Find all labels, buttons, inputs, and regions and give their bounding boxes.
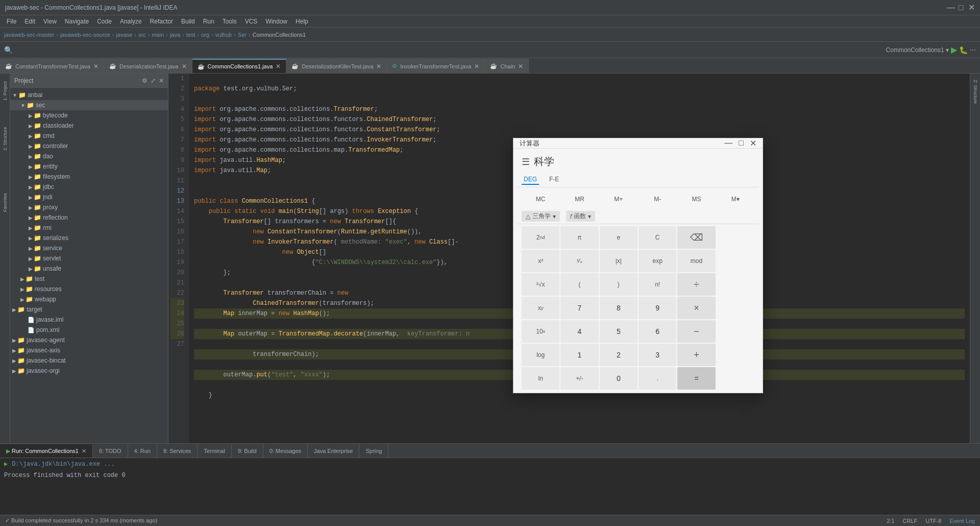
tree-item-pom[interactable]: 📄 pom.xml	[10, 325, 168, 335]
menu-help[interactable]: Help	[291, 17, 312, 26]
tree-item-filesystem[interactable]: ▶ 📁 filesystem	[10, 172, 168, 182]
tree-item-resources[interactable]: ▶ 📁 resources	[10, 284, 168, 294]
calc-btn-5[interactable]: 5	[600, 320, 638, 343]
tree-item-anbai[interactable]: ▼ 📁 anbai	[10, 90, 168, 100]
tree-item-entity[interactable]: ▶ 📁 entity	[10, 161, 168, 172]
calc-close[interactable]: ✕	[750, 138, 756, 148]
menu-vcs[interactable]: VCS	[241, 17, 262, 26]
calc-btn-pi[interactable]: π	[560, 226, 598, 249]
nav-src[interactable]: src	[138, 32, 146, 38]
tree-item-servlet[interactable]: ▶ 📁 servlet	[10, 253, 168, 264]
menu-code[interactable]: Code	[93, 17, 116, 26]
minimize-button[interactable]: —	[947, 4, 953, 11]
menu-analyze[interactable]: Analyze	[116, 17, 146, 26]
calc-btn-xy[interactable]: xy	[522, 297, 559, 319]
toolbar-search[interactable]: 🔍	[4, 46, 13, 54]
calc-trig-selector[interactable]: △ 三角学 ▾	[522, 211, 560, 222]
calc-btn-log[interactable]: log	[522, 344, 559, 366]
tab-chain[interactable]: ☕ Chain ✕	[485, 59, 529, 73]
sidebar-right-item[interactable]: Z: Structure	[972, 76, 979, 108]
tree-item-rmi[interactable]: ▶ 📁 rmi	[10, 223, 168, 233]
menu-run[interactable]: Run	[199, 17, 218, 26]
calc-btn-6[interactable]: 6	[639, 320, 676, 343]
calc-btn-7[interactable]: 7	[560, 297, 598, 319]
bottom-tab-build[interactable]: 9: Build	[232, 444, 263, 458]
nav-org[interactable]: org	[201, 32, 209, 38]
tree-item-target[interactable]: ▶ 📁 target	[10, 304, 168, 315]
menu-navigate[interactable]: Navigate	[61, 17, 93, 26]
calc-btn-recip[interactable]: ¹⁄ₓ	[560, 250, 598, 272]
tree-item-dao[interactable]: ▶ 📁 dao	[10, 151, 168, 161]
menu-build[interactable]: Build	[177, 17, 199, 26]
calc-btn-9[interactable]: 9	[639, 297, 676, 319]
calc-btn-2nd[interactable]: 2nd	[522, 226, 559, 249]
tree-item-controller[interactable]: ▶ 📁 controller	[10, 141, 168, 151]
toolbar-config[interactable]: CommonCollections1 ▾	[886, 46, 949, 54]
bottom-tab-spring[interactable]: Spring	[359, 444, 388, 458]
tree-item-agent[interactable]: ▶ 📁 javasec-agent	[10, 335, 168, 345]
nav-ser[interactable]: Ser	[238, 32, 247, 38]
calc-btn-3[interactable]: 3	[639, 344, 676, 366]
nav-java[interactable]: java	[170, 32, 180, 38]
bottom-tab-java-enterprise[interactable]: Java Enterprise	[308, 444, 359, 458]
tab-invoker[interactable]: ⚙ InvokerTransformerTest.java ✕	[387, 59, 485, 73]
tab-close[interactable]: ✕	[276, 63, 281, 70]
toolbar-debug[interactable]: 🐛	[959, 46, 968, 54]
calc-btn-mul[interactable]: ×	[677, 297, 715, 319]
calc-btn-abs[interactable]: |x|	[600, 250, 638, 272]
bottom-tab-todo[interactable]: 6: TODO	[93, 444, 128, 458]
calc-minimize[interactable]: —	[724, 138, 732, 148]
menu-window[interactable]: Window	[261, 17, 291, 26]
calc-btn-exp[interactable]: exp	[639, 250, 676, 272]
tab-killer[interactable]: ☕ DeserializationKillerTest.java ✕	[286, 59, 387, 73]
tab-close-run[interactable]: ✕	[82, 448, 86, 455]
bottom-tab-terminal[interactable]: Terminal	[198, 444, 232, 458]
toolbar-run[interactable]: ▶	[951, 45, 957, 55]
menu-refactor[interactable]: Refactor	[146, 17, 177, 26]
calc-mc[interactable]: MC	[522, 192, 559, 207]
menu-tools[interactable]: Tools	[218, 17, 241, 26]
tree-item-unsafe[interactable]: ▶ 📁 unsafe	[10, 264, 168, 274]
calc-btn-sqrt[interactable]: ²√x	[522, 273, 559, 296]
nav-source[interactable]: javaweb-sec-source	[60, 32, 110, 38]
calc-mr[interactable]: MR	[560, 192, 598, 207]
tree-item-test[interactable]: ▶ 📁 test	[10, 274, 168, 284]
calc-btn-div[interactable]: ÷	[677, 273, 715, 296]
menu-edit[interactable]: Edit	[20, 17, 39, 26]
nav-main[interactable]: main	[152, 32, 164, 38]
calc-btn-0[interactable]: 0	[600, 367, 638, 390]
tab-constant-transformer[interactable]: ☕ ConstantTransformerTest.java ✕	[0, 59, 104, 73]
tree-item-axis[interactable]: ▶ 📁 javasec-axis	[10, 345, 168, 355]
calc-btn-backspace[interactable]: ⌫	[677, 226, 715, 249]
calc-btn-fact[interactable]: n!	[639, 273, 676, 296]
toolbar-more[interactable]: ⋯	[970, 46, 976, 54]
tree-item-classloader[interactable]: ▶ 📁 classloader	[10, 121, 168, 131]
status-event-log[interactable]: Event Log	[949, 518, 975, 524]
calc-btn-negate[interactable]: +/-	[560, 367, 598, 390]
menu-file[interactable]: File	[3, 17, 20, 26]
tree-item-jndi[interactable]: ▶ 📁 jndi	[10, 192, 168, 202]
tab-close[interactable]: ✕	[474, 63, 479, 70]
bottom-tab-run2[interactable]: 4: Run	[128, 444, 157, 458]
tree-item-jdbc[interactable]: ▶ 📁 jdbc	[10, 182, 168, 192]
calc-btn-4[interactable]: 4	[560, 320, 598, 343]
calc-btn-x2[interactable]: x²	[522, 250, 559, 272]
tree-item-iml[interactable]: 📄 javase.iml	[10, 315, 168, 325]
tab-close[interactable]: ✕	[376, 63, 381, 70]
nav-vulhub[interactable]: vulhub	[215, 32, 232, 38]
calc-btn-sub[interactable]: −	[677, 320, 715, 343]
maximize-button[interactable]: □	[958, 4, 964, 11]
calc-maximize[interactable]: □	[739, 138, 744, 148]
menu-view[interactable]: View	[39, 17, 61, 26]
calc-ms[interactable]: MS	[677, 192, 715, 207]
calc-btn-dot[interactable]: .	[639, 367, 676, 390]
calc-mplus[interactable]: M+	[600, 192, 638, 207]
tree-item-bincat[interactable]: ▶ 📁 javasec-bincat	[10, 355, 168, 366]
tab-close[interactable]: ✕	[93, 63, 99, 70]
calc-mode-deg[interactable]: DEG	[522, 175, 539, 185]
calc-btn-1[interactable]: 1	[560, 344, 598, 366]
nav-javase[interactable]: javase	[116, 32, 133, 38]
calc-btn-e[interactable]: e	[600, 226, 638, 249]
panel-close-icon[interactable]: ✕	[159, 77, 164, 84]
sidebar-project-btn[interactable]: 1: Project	[1, 76, 10, 106]
